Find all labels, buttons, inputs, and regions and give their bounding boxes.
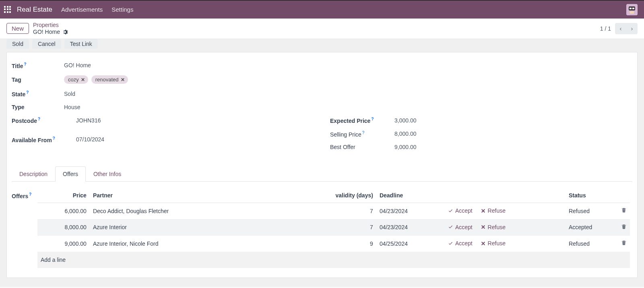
add-line-row[interactable]: Add a line — [37, 252, 630, 267]
help-icon[interactable]: ? — [24, 62, 27, 66]
offers-label: Offers? — [12, 188, 36, 199]
breadcrumb-current: GO! Home — [33, 29, 60, 35]
cancel-button[interactable]: Cancel — [32, 39, 61, 49]
cell-status: Accepted — [566, 219, 618, 236]
tag-remove-icon[interactable]: ✕ — [121, 77, 125, 83]
gear-icon[interactable] — [62, 29, 68, 35]
tag-cozy: cozy✕ — [64, 75, 88, 84]
svg-rect-3 — [632, 8, 634, 9]
col-validity[interactable]: validity (days) — [328, 188, 376, 203]
help-icon[interactable]: ? — [362, 131, 365, 135]
status-bar: Sold Cancel Test Link — [0, 39, 644, 52]
refuse-button[interactable]: Refuse — [481, 240, 506, 247]
state-value[interactable]: Sold — [64, 91, 75, 97]
cell-partner: Deco Addict, Douglas Fletcher — [90, 203, 328, 220]
best-offer-value: 9,000.00 — [394, 144, 417, 150]
help-icon[interactable]: ? — [38, 117, 40, 121]
table-row[interactable]: 9,000.00 Azure Interior, Nicole Ford 9 0… — [37, 236, 630, 252]
accept-button[interactable]: Accept — [448, 240, 473, 247]
nav-link-settings[interactable]: Settings — [111, 6, 133, 13]
refuse-button[interactable]: Refuse — [481, 207, 506, 214]
brand-title[interactable]: Real Estate — [17, 6, 52, 14]
postcode-label: Postcode? — [12, 117, 76, 124]
breadcrumb: Properties GO! Home — [33, 22, 68, 35]
apps-icon[interactable] — [4, 6, 11, 13]
cell-price: 9,000.00 — [37, 236, 90, 252]
tab-description[interactable]: Description — [12, 166, 55, 182]
tag-remove-icon[interactable]: ✕ — [81, 77, 85, 83]
control-panel: New Properties GO! Home 1 / 1 ‹› — [0, 19, 644, 39]
tabs: Description Offers Other Infos — [12, 166, 632, 182]
content-area: Sold Cancel Test Link Title? GO! Home Ta… — [0, 39, 644, 287]
tab-other-infos[interactable]: Other Infos — [86, 166, 129, 182]
available-from-value[interactable]: 07/10/2024 — [76, 136, 104, 143]
cell-status: Refused — [566, 203, 618, 220]
cell-deadline: 04/23/2024 — [376, 203, 445, 220]
pager-next-button[interactable]: › — [626, 23, 638, 34]
state-label: State? — [12, 90, 64, 97]
col-price[interactable]: Price — [37, 188, 90, 203]
cell-status: Refused — [566, 236, 618, 252]
cell-deadline: 04/23/2024 — [376, 219, 445, 236]
offers-table: Price Partner validity (days) Deadline S… — [37, 188, 630, 268]
cell-price: 6,000.00 — [37, 203, 90, 220]
title-label: Title? — [12, 62, 64, 69]
pager-prev-button[interactable]: ‹ — [615, 23, 626, 34]
table-row[interactable]: 6,000.00 Deco Addict, Douglas Fletcher 7… — [37, 203, 630, 220]
avatar[interactable] — [626, 4, 638, 15]
pager: 1 / 1 — [600, 25, 611, 32]
type-label: Type — [12, 104, 64, 110]
title-value[interactable]: GO! Home — [64, 62, 91, 68]
cell-validity: 7 — [328, 203, 376, 220]
accept-button[interactable]: Accept — [448, 224, 473, 230]
expected-price-label: Expected Price? — [330, 117, 394, 124]
new-button[interactable]: New — [6, 23, 29, 34]
tag-renovated: renovated✕ — [91, 75, 128, 84]
table-row[interactable]: 8,000.00 Azure Interior 7 04/23/2024 Acc… — [37, 219, 630, 236]
col-partner[interactable]: Partner — [90, 188, 328, 203]
col-deadline[interactable]: Deadline — [376, 188, 445, 203]
help-icon[interactable]: ? — [29, 192, 31, 197]
test-link-button[interactable]: Test Link — [64, 39, 98, 49]
svg-rect-4 — [630, 11, 634, 14]
delete-row-button[interactable] — [618, 219, 630, 236]
cell-validity: 7 — [328, 219, 376, 236]
cell-validity: 9 — [328, 236, 376, 252]
available-from-label: Available From? — [12, 136, 76, 143]
type-value[interactable]: House — [64, 104, 80, 110]
tags-field[interactable]: cozy✕ renovated✕ — [64, 75, 128, 84]
cell-partner: Azure Interior, Nicole Ford — [90, 236, 328, 252]
navbar: Real Estate Advertisements Settings — [0, 0, 644, 19]
selling-price-label: Selling Price? — [330, 131, 394, 138]
sold-button[interactable]: Sold — [6, 39, 29, 49]
best-offer-label: Best Offer — [330, 144, 394, 150]
help-icon[interactable]: ? — [53, 136, 55, 141]
expected-price-value[interactable]: 3,000.00 — [394, 117, 417, 124]
cell-price: 8,000.00 — [37, 219, 90, 236]
help-icon[interactable]: ? — [371, 117, 374, 121]
breadcrumb-root[interactable]: Properties — [33, 22, 68, 29]
col-status[interactable]: Status — [566, 188, 618, 203]
tag-label: Tag — [12, 77, 64, 83]
selling-price-value: 8,000.00 — [394, 131, 417, 137]
accept-button[interactable]: Accept — [448, 207, 473, 214]
nav-link-advertisements[interactable]: Advertisements — [61, 6, 103, 13]
tab-offers[interactable]: Offers — [55, 166, 86, 182]
help-icon[interactable]: ? — [26, 90, 29, 95]
postcode-value[interactable]: JOHN316 — [76, 117, 101, 124]
cell-deadline: 04/25/2024 — [376, 236, 445, 252]
delete-row-button[interactable] — [618, 236, 630, 252]
cell-partner: Azure Interior — [90, 219, 328, 236]
refuse-button[interactable]: Refuse — [481, 224, 506, 230]
form-sheet: Title? GO! Home Tag cozy✕ renovated✕ Sta… — [6, 52, 638, 278]
svg-rect-2 — [630, 8, 632, 9]
delete-row-button[interactable] — [618, 203, 630, 220]
